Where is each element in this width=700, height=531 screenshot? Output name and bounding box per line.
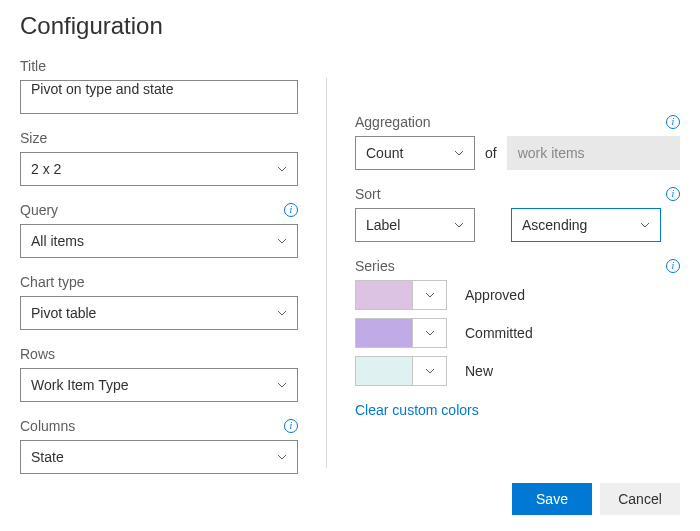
- size-select[interactable]: 2 x 2: [20, 152, 298, 186]
- color-swatch-select[interactable]: [355, 356, 447, 386]
- series-label: Series: [355, 258, 395, 274]
- clear-colors-link[interactable]: Clear custom colors: [355, 402, 479, 418]
- aggregation-label: Aggregation: [355, 114, 431, 130]
- sort-direction-select[interactable]: Ascending: [511, 208, 661, 242]
- sort-field-select[interactable]: Label: [355, 208, 475, 242]
- columns-select[interactable]: State: [20, 440, 298, 474]
- info-icon[interactable]: i: [284, 419, 298, 433]
- columns-label: Columns: [20, 418, 75, 434]
- info-icon[interactable]: i: [666, 115, 680, 129]
- divider: [326, 78, 327, 468]
- series-item: Committed: [355, 318, 680, 348]
- series-item-label: New: [465, 363, 493, 379]
- cancel-button[interactable]: Cancel: [600, 483, 680, 515]
- query-label: Query: [20, 202, 58, 218]
- chart-type-select[interactable]: Pivot table: [20, 296, 298, 330]
- page-title: Configuration: [20, 12, 680, 40]
- chevron-down-icon: [454, 148, 464, 158]
- chart-type-label: Chart type: [20, 274, 85, 290]
- color-swatch-select[interactable]: [355, 318, 447, 348]
- title-label: Title: [20, 58, 46, 74]
- save-button[interactable]: Save: [512, 483, 592, 515]
- chevron-down-icon[interactable]: [412, 281, 446, 309]
- info-icon[interactable]: i: [666, 187, 680, 201]
- color-swatch: [356, 357, 412, 385]
- chevron-down-icon: [277, 164, 287, 174]
- series-item-label: Committed: [465, 325, 533, 341]
- rows-label: Rows: [20, 346, 55, 362]
- color-swatch: [356, 319, 412, 347]
- series-item: New: [355, 356, 680, 386]
- chevron-down-icon: [277, 452, 287, 462]
- series-item: Approved: [355, 280, 680, 310]
- size-label: Size: [20, 130, 47, 146]
- chevron-down-icon: [277, 380, 287, 390]
- chevron-down-icon[interactable]: [412, 357, 446, 385]
- sort-label: Sort: [355, 186, 381, 202]
- chevron-down-icon: [454, 220, 464, 230]
- title-input[interactable]: Pivot on type and state: [20, 80, 298, 114]
- color-swatch-select[interactable]: [355, 280, 447, 310]
- query-select[interactable]: All items: [20, 224, 298, 258]
- info-icon[interactable]: i: [666, 259, 680, 273]
- chevron-down-icon[interactable]: [412, 319, 446, 347]
- of-label: of: [485, 145, 497, 161]
- chevron-down-icon: [640, 220, 650, 230]
- color-swatch: [356, 281, 412, 309]
- info-icon[interactable]: i: [284, 203, 298, 217]
- chevron-down-icon: [277, 236, 287, 246]
- series-item-label: Approved: [465, 287, 525, 303]
- aggregation-of-field: work items: [507, 136, 680, 170]
- rows-select[interactable]: Work Item Type: [20, 368, 298, 402]
- chevron-down-icon: [277, 308, 287, 318]
- aggregation-select[interactable]: Count: [355, 136, 475, 170]
